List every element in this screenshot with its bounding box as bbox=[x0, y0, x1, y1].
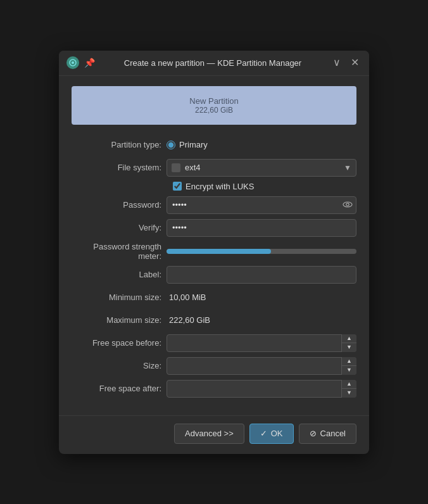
strength-bar-container bbox=[167, 249, 356, 254]
partition-visual: New Partition 222,60 GiB bbox=[72, 86, 356, 125]
verify-input[interactable] bbox=[167, 219, 356, 237]
free-before-input[interactable]: 0,00 MiB bbox=[167, 334, 356, 352]
max-size-display: 222,60 GiB bbox=[167, 315, 210, 325]
svg-point-3 bbox=[346, 203, 349, 205]
size-input[interactable]: 227.940,00 MiB bbox=[167, 357, 356, 375]
titlebar-icons: 📌 bbox=[66, 56, 95, 69]
free-after-spinbox-btns: ▲ ▼ bbox=[341, 380, 356, 398]
min-size-value: 10,00 MiB bbox=[167, 293, 356, 302]
filesystem-select[interactable]: ext4 ext3 ext2 btrfs xfs fat32 ntfs bbox=[167, 159, 356, 177]
ok-button[interactable]: ✓ OK bbox=[249, 424, 294, 444]
encrypt-label[interactable]: Encrypt with LUKS bbox=[186, 182, 254, 191]
encrypt-row: Encrypt with LUKS bbox=[173, 182, 356, 191]
max-size-row: Maximum size: 222,60 GiB bbox=[72, 312, 356, 329]
filesystem-select-wrapper: ext4 ext3 ext2 btrfs xfs fat32 ntfs ▼ bbox=[167, 159, 356, 177]
free-before-down-button[interactable]: ▼ bbox=[342, 343, 356, 352]
label-row: Label: bbox=[72, 266, 356, 284]
svg-point-1 bbox=[72, 61, 74, 64]
free-after-control: 0,00 MiB ▲ ▼ bbox=[167, 380, 356, 398]
free-after-input[interactable]: 0,00 MiB bbox=[167, 380, 356, 398]
size-spinbox-btns: ▲ ▼ bbox=[341, 357, 356, 375]
size-label: Size: bbox=[72, 361, 167, 370]
filesystem-icon bbox=[172, 163, 180, 172]
password-field-wrapper bbox=[167, 196, 356, 214]
max-size-label: Maximum size: bbox=[72, 315, 167, 325]
cancel-icon: ⊘ bbox=[310, 429, 317, 438]
ok-icon: ✓ bbox=[260, 429, 267, 438]
advanced-label: Advanced >> bbox=[185, 429, 234, 438]
filesystem-label: File system: bbox=[72, 163, 167, 172]
strength-row: Password strength meter: bbox=[72, 242, 356, 261]
filesystem-row: File system: ext4 ext3 ext2 btrfs xfs fa… bbox=[72, 159, 356, 177]
close-button[interactable]: ✕ bbox=[348, 56, 362, 69]
strength-bar-fill bbox=[167, 249, 271, 254]
cancel-label: Cancel bbox=[320, 429, 346, 438]
free-before-up-button[interactable]: ▲ bbox=[342, 334, 356, 344]
free-after-up-button[interactable]: ▲ bbox=[342, 380, 356, 389]
min-size-display: 10,00 MiB bbox=[167, 293, 206, 302]
free-before-row: Free space before: 0,00 MiB ▲ ▼ bbox=[72, 334, 356, 352]
verify-row: Verify: bbox=[72, 219, 356, 237]
label-input[interactable] bbox=[167, 266, 356, 284]
show-password-button[interactable] bbox=[343, 199, 353, 211]
size-spinbox: 227.940,00 MiB ▲ ▼ bbox=[167, 357, 356, 375]
cancel-button[interactable]: ⊘ Cancel bbox=[299, 424, 356, 444]
free-before-control: 0,00 MiB ▲ ▼ bbox=[167, 334, 356, 352]
label-control bbox=[167, 266, 356, 284]
filesystem-control: ext4 ext3 ext2 btrfs xfs fat32 ntfs ▼ bbox=[167, 159, 356, 177]
password-label: Password: bbox=[72, 200, 167, 210]
primary-radio-label[interactable]: Primary bbox=[167, 140, 356, 149]
verify-control bbox=[167, 219, 356, 237]
partition-size: 222,60 GiB bbox=[82, 106, 346, 115]
free-before-spinbox: 0,00 MiB ▲ ▼ bbox=[167, 334, 356, 352]
min-size-label: Minimum size: bbox=[72, 293, 167, 302]
dialog-footer: Advanced >> ✓ OK ⊘ Cancel bbox=[59, 415, 369, 454]
dialog-body: New Partition 222,60 GiB Partition type:… bbox=[59, 76, 369, 415]
max-size-control: 222,60 GiB bbox=[167, 315, 356, 325]
label-field-label: Label: bbox=[72, 270, 167, 279]
password-control bbox=[167, 196, 356, 214]
advanced-button[interactable]: Advanced >> bbox=[174, 424, 244, 444]
minimize-button[interactable]: ∨ bbox=[330, 56, 343, 69]
app-icon bbox=[66, 56, 79, 69]
dialog-window: 📌 Create a new partition — KDE Partition… bbox=[59, 51, 369, 454]
free-after-label: Free space after: bbox=[72, 384, 167, 393]
size-row: Size: 227.940,00 MiB ▲ ▼ bbox=[72, 357, 356, 375]
titlebar-title: Create a new partition — KDE Partition M… bbox=[95, 58, 330, 68]
size-down-button[interactable]: ▼ bbox=[342, 366, 356, 375]
partition-type-control: Primary bbox=[167, 140, 356, 149]
strength-control bbox=[167, 249, 356, 254]
encrypt-checkbox[interactable] bbox=[173, 182, 182, 191]
ok-label: OK bbox=[271, 429, 283, 438]
free-after-row: Free space after: 0,00 MiB ▲ ▼ bbox=[72, 380, 356, 398]
primary-radio[interactable] bbox=[167, 141, 175, 149]
password-input[interactable] bbox=[167, 196, 356, 214]
free-after-spinbox: 0,00 MiB ▲ ▼ bbox=[167, 380, 356, 398]
size-up-button[interactable]: ▲ bbox=[342, 357, 356, 367]
min-size-row: Minimum size: 10,00 MiB bbox=[72, 289, 356, 306]
partition-label: New Partition bbox=[82, 96, 346, 106]
partition-type-label: Partition type: bbox=[72, 140, 167, 149]
titlebar-controls: ∨ ✕ bbox=[330, 56, 362, 69]
free-before-spinbox-btns: ▲ ▼ bbox=[341, 334, 356, 352]
partition-type-row: Partition type: Primary bbox=[72, 136, 356, 154]
verify-label: Verify: bbox=[72, 223, 167, 232]
primary-label: Primary bbox=[179, 140, 208, 149]
free-after-down-button[interactable]: ▼ bbox=[342, 389, 356, 398]
strength-label: Password strength meter: bbox=[72, 242, 167, 261]
size-control: 227.940,00 MiB ▲ ▼ bbox=[167, 357, 356, 375]
free-before-label: Free space before: bbox=[72, 338, 167, 348]
titlebar: 📌 Create a new partition — KDE Partition… bbox=[59, 51, 369, 76]
pin-icon[interactable]: 📌 bbox=[84, 58, 95, 68]
password-row: Password: bbox=[72, 196, 356, 214]
